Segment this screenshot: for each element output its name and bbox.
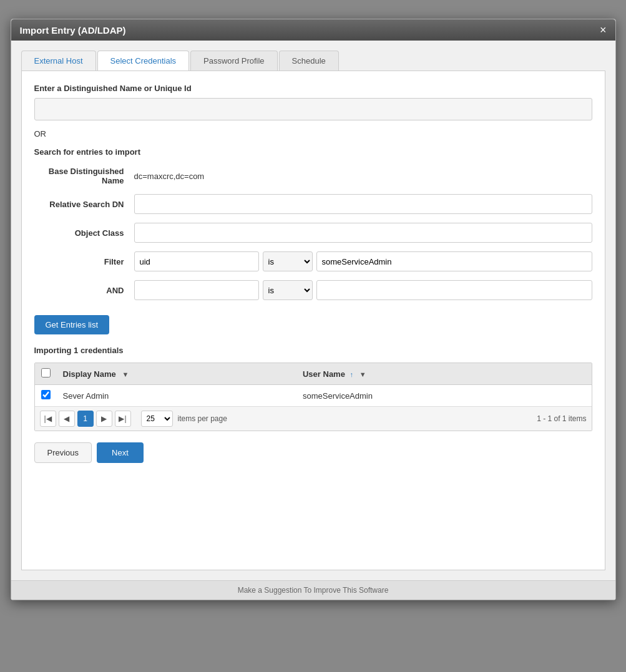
row-checkbox-cell bbox=[35, 385, 57, 407]
username-filter-icon[interactable]: ▼ bbox=[359, 371, 366, 378]
prev-page-button[interactable]: ◀ bbox=[59, 411, 75, 427]
object-class-label: Object Class bbox=[34, 228, 134, 238]
row-checkbox[interactable] bbox=[41, 390, 51, 399]
items-count: 1 - 1 of 1 items bbox=[537, 414, 586, 423]
modal-body: External Host Select Credentials Passwor… bbox=[11, 41, 615, 580]
pagination-row: |◀ ◀ 1 ▶ ▶| 25 50 100 items per page bbox=[35, 406, 592, 431]
relative-search-dn-input[interactable] bbox=[134, 194, 592, 214]
entries-table-container: Display Name ▼ User Name ↑ ▼ bbox=[34, 363, 592, 431]
or-label: OR bbox=[34, 129, 592, 139]
last-page-button[interactable]: ▶| bbox=[115, 411, 131, 427]
search-section: Search for entries to import Base Distin… bbox=[34, 147, 592, 463]
dn-input[interactable] bbox=[34, 98, 592, 120]
tab-password-profile[interactable]: Password Profile bbox=[190, 51, 278, 71]
tab-content: Enter a Distinguished Name or Unique Id … bbox=[21, 71, 605, 570]
dn-section-label: Enter a Distinguished Name or Unique Id bbox=[34, 84, 592, 93]
close-button[interactable]: × bbox=[600, 24, 607, 36]
row-username: someServiceAdmin bbox=[296, 385, 592, 407]
footer-buttons: Previous Next bbox=[34, 442, 592, 463]
modal-header: Import Entry (AD/LDAP) × bbox=[11, 19, 615, 41]
base-dn-label: Base Distinguished Name bbox=[34, 167, 134, 185]
tab-external-host[interactable]: External Host bbox=[21, 51, 96, 71]
current-page-button[interactable]: 1 bbox=[77, 411, 94, 427]
per-page-select[interactable]: 25 50 100 bbox=[141, 411, 173, 427]
base-dn-value: dc=maxcrc,dc=com bbox=[134, 172, 205, 181]
header-checkbox-cell bbox=[35, 363, 57, 385]
base-dn-row: Base Distinguished Name dc=maxcrc,dc=com bbox=[34, 167, 592, 185]
filter-label: Filter bbox=[34, 257, 134, 266]
object-class-input[interactable] bbox=[134, 223, 592, 243]
and-row: AND is is not contains bbox=[34, 280, 592, 300]
bottom-bar: Make a Suggestion To Improve This Softwa… bbox=[11, 580, 615, 600]
table-header-row: Display Name ▼ User Name ↑ ▼ bbox=[35, 363, 592, 385]
username-sort-icon[interactable]: ↑ bbox=[350, 371, 354, 378]
entries-table: Display Name ▼ User Name ↑ ▼ bbox=[35, 363, 592, 406]
object-class-row: Object Class bbox=[34, 223, 592, 243]
tab-bar: External Host Select Credentials Passwor… bbox=[21, 51, 605, 71]
and-operator-select[interactable]: is is not contains bbox=[263, 280, 313, 300]
header-display-name[interactable]: Display Name ▼ bbox=[57, 363, 296, 385]
next-button[interactable]: Next bbox=[97, 442, 144, 463]
and-label: AND bbox=[34, 286, 134, 295]
table-row: Sever Admin someServiceAdmin bbox=[35, 385, 592, 407]
first-page-button[interactable]: |◀ bbox=[40, 411, 56, 427]
entries-table-body: Sever Admin someServiceAdmin bbox=[35, 385, 592, 407]
tab-schedule[interactable]: Schedule bbox=[279, 51, 339, 71]
filter-value-input[interactable] bbox=[316, 251, 592, 271]
filter-row: Filter is is not contains bbox=[34, 251, 592, 271]
select-all-checkbox[interactable] bbox=[41, 368, 51, 377]
filter-field-input[interactable] bbox=[134, 251, 259, 271]
header-username[interactable]: User Name ↑ ▼ bbox=[296, 363, 592, 385]
next-page-button[interactable]: ▶ bbox=[96, 411, 112, 427]
search-label: Search for entries to import bbox=[34, 147, 592, 157]
tab-select-credentials[interactable]: Select Credentials bbox=[97, 51, 190, 71]
previous-button[interactable]: Previous bbox=[34, 442, 92, 463]
and-value-input[interactable] bbox=[316, 280, 592, 300]
and-field-input[interactable] bbox=[134, 280, 259, 300]
per-page-label: items per page bbox=[178, 414, 227, 423]
get-entries-button[interactable]: Get Entries list bbox=[34, 315, 110, 334]
importing-label: Importing 1 credentials bbox=[34, 346, 592, 355]
modal-title: Import Entry (AD/LDAP) bbox=[20, 25, 126, 36]
row-display-name: Sever Admin bbox=[57, 385, 296, 407]
filter-operator-select[interactable]: is is not contains bbox=[263, 251, 313, 271]
form-grid: Base Distinguished Name dc=maxcrc,dc=com… bbox=[34, 167, 592, 300]
relative-search-dn-row: Relative Search DN bbox=[34, 194, 592, 214]
relative-search-dn-label: Relative Search DN bbox=[34, 200, 134, 209]
display-name-filter-icon[interactable]: ▼ bbox=[122, 371, 129, 378]
